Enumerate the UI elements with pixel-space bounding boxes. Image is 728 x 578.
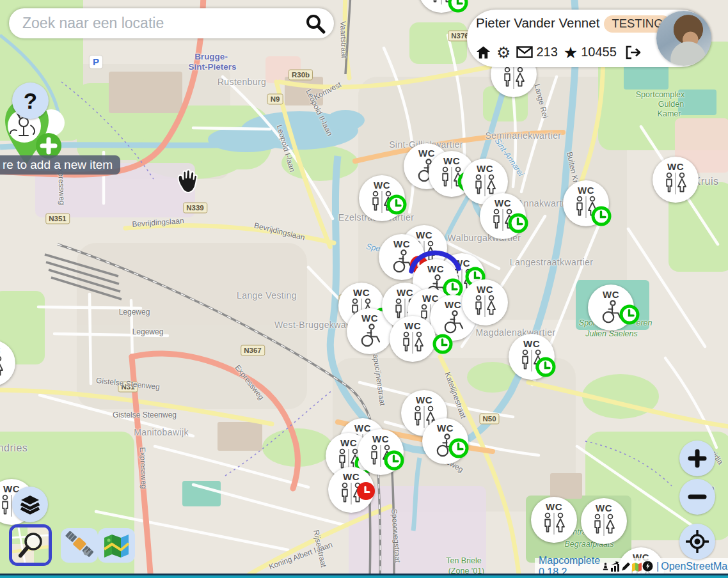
wc-label: WC bbox=[343, 472, 360, 481]
pencil-icon[interactable] bbox=[621, 561, 631, 572]
star-icon[interactable]: ★ bbox=[564, 45, 578, 59]
search-input[interactable] bbox=[21, 14, 305, 33]
bottom-teal-bar bbox=[0, 575, 728, 578]
zoom-out-icon bbox=[688, 487, 707, 506]
wc-marker-toilets[interactable]: WC bbox=[581, 498, 627, 544]
wc-marker-toilets[interactable]: WC bbox=[462, 279, 508, 325]
wc-label: WC bbox=[454, 258, 470, 268]
add-item-tooltip: re to add a new item bbox=[0, 155, 120, 175]
user-name: Pieter Vander VennetTESTING bbox=[476, 15, 671, 33]
attribution-separator: | bbox=[656, 561, 659, 572]
geolocate-button[interactable] bbox=[679, 524, 715, 559]
background-option-map[interactable] bbox=[98, 528, 135, 563]
colormap-icon[interactable] bbox=[631, 561, 642, 572]
wc-label: WC bbox=[416, 395, 432, 405]
wc-label: WC bbox=[437, 423, 454, 433]
wc-marker-toilets[interactable]: WC bbox=[359, 175, 405, 221]
community-icon[interactable] bbox=[642, 561, 653, 572]
gear-icon[interactable]: ⚙ bbox=[496, 45, 510, 59]
wc-label: WC bbox=[578, 185, 594, 195]
stats-icon[interactable] bbox=[610, 561, 621, 572]
attribution-bar: Mapcomplete 0.18.2 | OpenStreetMap bbox=[535, 558, 728, 574]
wc-label: WC bbox=[393, 239, 410, 249]
user-avatar[interactable] bbox=[656, 11, 711, 66]
help-button[interactable]: ? bbox=[12, 82, 49, 119]
search-bar[interactable] bbox=[9, 8, 334, 38]
wc-marker-toilets[interactable]: WC bbox=[653, 157, 699, 203]
messages-count: 213 bbox=[536, 45, 557, 59]
wc-label: WC bbox=[596, 503, 612, 513]
wc-label: WC bbox=[404, 321, 421, 331]
changesets-count: 10455 bbox=[581, 45, 617, 59]
wc-label: WC bbox=[340, 438, 357, 448]
wc-label: WC bbox=[667, 162, 684, 171]
openstreetmap-link[interactable]: OpenStreetMap bbox=[661, 561, 728, 572]
search-icon[interactable] bbox=[305, 13, 326, 35]
wc-label: WC bbox=[418, 148, 435, 158]
logout-icon[interactable] bbox=[625, 45, 641, 59]
wc-label: WC bbox=[427, 264, 444, 274]
wc-label: WC bbox=[372, 434, 389, 444]
statue-icon[interactable] bbox=[601, 561, 610, 572]
home-icon[interactable] bbox=[476, 45, 491, 59]
wc-label: WC bbox=[477, 164, 493, 173]
wc-label: WC bbox=[416, 230, 432, 240]
wc-label: WC bbox=[546, 502, 562, 512]
hand-cursor-icon bbox=[177, 169, 198, 197]
wc-marker-wheelchair[interactable]: WC bbox=[422, 418, 468, 464]
wc-marker-toilets[interactable]: WC bbox=[358, 429, 404, 475]
wc-marker-toilets[interactable]: WC bbox=[480, 193, 526, 239]
wc-label: WC bbox=[495, 198, 511, 208]
wc-marker-toilets[interactable]: WC bbox=[390, 316, 436, 362]
wc-label: WC bbox=[603, 290, 619, 299]
background-option-osm[interactable] bbox=[9, 524, 52, 566]
wc-marker-toilets[interactable]: WC bbox=[509, 334, 555, 380]
envelope-icon[interactable] bbox=[516, 46, 533, 58]
wc-marker-toilets[interactable]: WC bbox=[531, 497, 577, 543]
wc-label: WC bbox=[443, 156, 460, 166]
wc-label: WC bbox=[523, 339, 540, 348]
osm-background-icon bbox=[12, 527, 49, 563]
wc-label: WC bbox=[445, 300, 461, 309]
wc-marker-toilets[interactable]: WC bbox=[328, 467, 374, 513]
question-icon: ? bbox=[24, 88, 37, 114]
background-option-satellite[interactable] bbox=[61, 528, 98, 563]
wc-marker-toilets[interactable]: WC bbox=[563, 180, 609, 226]
geolocate-icon bbox=[686, 530, 709, 553]
wc-marker-wheelchair[interactable]: WC bbox=[588, 285, 634, 331]
zoom-in-button[interactable] bbox=[679, 441, 715, 476]
wc-label: WC bbox=[361, 313, 378, 323]
wc-label: WC bbox=[354, 423, 371, 433]
wc-label: WC bbox=[0, 345, 1, 355]
folded-map-icon bbox=[103, 533, 130, 558]
layers-button[interactable] bbox=[12, 487, 48, 522]
wc-label: WC bbox=[374, 180, 390, 190]
wc-label: WC bbox=[397, 288, 413, 297]
satellite-background-icon bbox=[65, 531, 93, 559]
layers-icon bbox=[19, 494, 41, 515]
zoom-in-icon bbox=[688, 449, 707, 468]
wc-label: WC bbox=[353, 288, 370, 297]
zoom-out-button[interactable] bbox=[679, 479, 715, 515]
wc-label: WC bbox=[477, 285, 493, 294]
